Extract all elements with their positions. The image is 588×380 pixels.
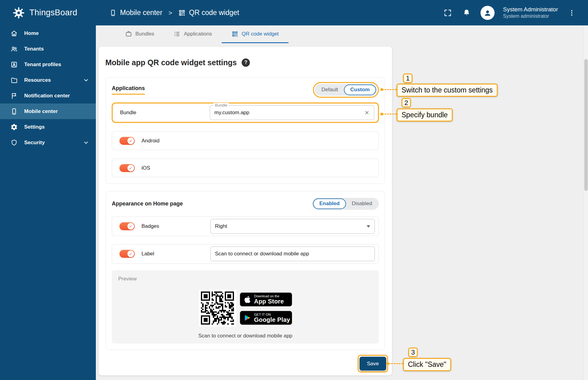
page-title: Mobile app QR code widget settings [105, 58, 237, 67]
user-info: System Administrator System administrato… [503, 6, 558, 20]
annotation-3-connector [388, 363, 403, 364]
qr-code-icon [178, 9, 186, 17]
check-icon: ✓ [127, 250, 134, 257]
google-play-badge: GET IT ON Google Play [240, 311, 292, 325]
badges-position-select[interactable]: Right [210, 219, 375, 234]
sidebar: Home Tenants Tenant profiles Resources N… [0, 25, 96, 380]
tab-qr-code-widget[interactable]: QR code widget [222, 25, 288, 43]
check-icon: ✓ [127, 137, 134, 144]
topbar-actions: System Administrator System administrato… [443, 6, 588, 20]
app-store-line2: App Store [254, 298, 284, 305]
enabled-option[interactable]: Enabled [313, 198, 346, 209]
google-play-line2: Google Play [254, 316, 290, 323]
logo-text: ThingsBoard [29, 8, 77, 17]
bundle-input[interactable]: Bundle my.custom.app × [210, 105, 374, 120]
annotation-3-callout: Click "Save" [403, 358, 451, 371]
bell-icon [462, 9, 471, 17]
default-custom-toggle: Default Custom [315, 84, 377, 96]
breadcrumb-mobile-center[interactable]: Mobile center [109, 9, 162, 17]
sidebar-item-label: Security [24, 140, 45, 146]
sidebar-item-label: Notification center [24, 93, 70, 99]
more-menu-button[interactable] [567, 8, 577, 18]
preview-caption: Scan to connect or download mobile app [112, 333, 379, 339]
avatar[interactable] [481, 6, 495, 20]
bundle-row: Bundle Bundle my.custom.app × [112, 103, 379, 123]
ios-toggle[interactable]: ✓ [119, 164, 135, 172]
default-option[interactable]: Default [316, 84, 344, 96]
sidebar-item-mobile-center[interactable]: Mobile center [0, 103, 96, 119]
sidebar-item-home[interactable]: Home [0, 25, 96, 41]
breadcrumb-qr-code-widget[interactable]: QR code widget [178, 9, 239, 17]
annotation-1-number: 1 [403, 73, 413, 83]
sidebar-item-tenants[interactable]: Tenants [0, 41, 96, 57]
smartphone-icon [10, 108, 18, 115]
sidebar-item-label: Settings [24, 124, 45, 130]
applications-section-title: Applications [112, 85, 145, 95]
user-name: System Administrator [503, 6, 558, 13]
main-content: Bundles Applications QR code widget Mobi… [96, 25, 588, 380]
enabled-disabled-toggle: Enabled Disabled [312, 198, 379, 210]
sidebar-item-settings[interactable]: Settings [0, 119, 96, 135]
bundle-row-label: Bundle [120, 110, 136, 116]
sidebar-item-notification-center[interactable]: Notification center [0, 88, 96, 103]
settings-card: Mobile app QR code widget settings ? App… [99, 47, 392, 375]
tab-label: Applications [184, 31, 212, 37]
breadcrumb-label: Mobile center [120, 9, 162, 17]
shield-icon [10, 139, 18, 146]
sidebar-item-resources[interactable]: Resources [0, 72, 96, 88]
sidebar-item-label: Tenants [24, 46, 44, 52]
fullscreen-icon [443, 9, 452, 17]
clear-bundle-button[interactable]: × [364, 109, 370, 116]
appearance-section-title: Appearance on Home page [112, 201, 183, 207]
label-toggle[interactable]: ✓ [119, 250, 135, 258]
annotation-3-number: 3 [408, 348, 418, 357]
tab-applications[interactable]: Applications [164, 25, 222, 43]
applications-section: Applications Default Custom Bundle Bundl… [106, 77, 385, 184]
label-input[interactable]: Scan to connect or download mobile app [210, 246, 375, 261]
notifications-button[interactable] [462, 8, 472, 18]
breadcrumb-label: QR code widget [189, 9, 239, 17]
disabled-option[interactable]: Disabled [346, 198, 378, 210]
annotation-2-number: 2 [401, 98, 411, 107]
logo-gear-icon [12, 6, 25, 19]
sidebar-item-label: Resources [24, 77, 51, 83]
appearance-section: Appearance on Home page Enabled Disabled… [106, 191, 385, 350]
app-store-line1: Download on the [254, 294, 284, 298]
save-button-highlight: Save [358, 355, 388, 372]
fullscreen-button[interactable] [443, 8, 453, 18]
sidebar-item-security[interactable]: Security [0, 135, 96, 150]
badges-row: ✓ Badges Right [112, 216, 379, 236]
annotation-1-connector [382, 89, 397, 90]
tab-bundles[interactable]: Bundles [115, 25, 164, 43]
people-icon [10, 45, 18, 53]
id-card-icon [10, 61, 18, 68]
home-icon [10, 30, 18, 37]
sidebar-item-label: Home [24, 30, 39, 36]
badges-toggle[interactable]: ✓ [119, 222, 135, 230]
help-icon[interactable]: ? [242, 58, 250, 67]
qr-code [199, 289, 236, 327]
breadcrumb-separator: > [168, 9, 172, 17]
flag-icon [10, 92, 18, 100]
tab-bar: Bundles Applications QR code widget [96, 25, 588, 43]
ios-row: ✓ iOS [112, 159, 379, 177]
android-toggle[interactable]: ✓ [119, 137, 135, 145]
chevron-down-icon [367, 225, 370, 228]
custom-option[interactable]: Custom [344, 85, 376, 95]
tab-label: QR code widget [242, 31, 279, 37]
close-icon: × [365, 108, 369, 117]
scrollbar-thumb[interactable] [584, 59, 588, 191]
folder-icon [10, 77, 18, 84]
google-play-icon [244, 314, 251, 322]
sidebar-item-tenant-profiles[interactable]: Tenant profiles [0, 57, 96, 72]
annotation-2-connector [382, 114, 397, 115]
save-button[interactable]: Save [360, 357, 386, 371]
list-icon [174, 31, 180, 37]
smartphone-icon [109, 9, 117, 17]
kebab-icon [568, 9, 575, 17]
badges-position-value: Right [215, 223, 227, 229]
bundle-value: my.custom.app [214, 110, 249, 116]
thingsboard-logo[interactable]: ThingsBoard [0, 6, 96, 19]
mode-toggle-highlight: Default Custom [313, 82, 379, 98]
person-icon [483, 8, 492, 17]
